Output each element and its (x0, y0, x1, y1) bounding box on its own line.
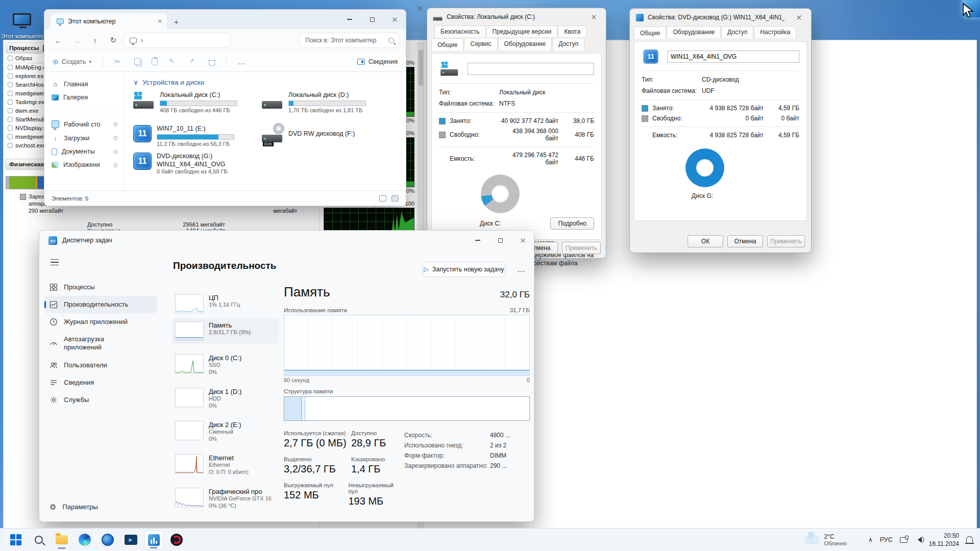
checkbox[interactable] (8, 134, 13, 139)
metric-memory[interactable]: Память2,8/31,7 ГБ (9%) (172, 318, 278, 344)
up-button[interactable]: ↑ (87, 33, 103, 48)
sidebar-item-pictures[interactable]: Изображени (47, 158, 121, 171)
tab-hardware[interactable]: Оборудование (498, 38, 552, 50)
tab-general[interactable]: Общие (634, 27, 666, 39)
close-button[interactable] (789, 9, 809, 26)
nav-app-history[interactable]: Журнал приложений (44, 313, 157, 331)
tab-tools[interactable]: Сервис (464, 38, 497, 50)
close-button[interactable] (583, 8, 604, 26)
run-new-task-button[interactable]: ▷Запустить новую задачу (423, 262, 505, 277)
tab-customize[interactable]: Настройка (754, 26, 796, 38)
more-options-button[interactable]: … (513, 262, 529, 277)
metric-ethernet[interactable]: EthernetEthernetО: 0 П: 0 кбит/с (172, 451, 278, 479)
drive-tile-g[interactable]: 11 DVD-дисковод (G:) WIN11_X64_4IN1_OVG … (133, 153, 257, 174)
rename-icon[interactable]: ✎ (169, 57, 178, 66)
tab-hardware[interactable]: Оборудование (667, 26, 721, 38)
search-input[interactable]: Поиск в: Этот компьютер (300, 33, 400, 48)
nav-processes[interactable]: Процессы (44, 279, 157, 296)
checkbox[interactable] (8, 65, 13, 70)
tab-sharing[interactable]: Доступ (552, 38, 584, 50)
checkbox[interactable] (8, 91, 13, 96)
apply-button[interactable]: Применить (767, 235, 805, 247)
taskbar-explorer-button[interactable] (52, 530, 71, 549)
explorer-tab[interactable]: Этот компьютер (51, 13, 167, 29)
minimize-button[interactable] (467, 231, 489, 250)
delete-icon[interactable] (209, 60, 215, 66)
weather-widget[interactable]: 2°CОблачно (804, 533, 847, 546)
paste-icon[interactable] (152, 58, 158, 65)
nav-startup-apps[interactable]: Автозагрузка приложений (44, 331, 157, 357)
tab-general[interactable]: Общие (431, 38, 463, 51)
forward-button[interactable]: → (69, 33, 84, 48)
nav-performance[interactable]: Производительность (44, 296, 157, 313)
devices-section-header[interactable]: ∨Устройства и диски (133, 78, 403, 86)
ok-button[interactable]: ОК (688, 235, 723, 247)
apply-button[interactable]: Применить (562, 242, 601, 254)
taskbar-media-button[interactable]: ▶ (121, 530, 140, 549)
network-icon[interactable] (900, 537, 908, 543)
notification-bell-icon[interactable] (966, 536, 973, 543)
desktop-icon-this-pc[interactable]: Этот компьютер (1, 13, 45, 40)
address-bar[interactable]: › (124, 33, 230, 48)
drive-tile-c[interactable]: Локальный диск (C:) 408 ГБ свободно из 4… (133, 91, 257, 113)
copy-icon[interactable] (134, 58, 140, 65)
refresh-button[interactable]: ↻ (106, 33, 121, 48)
drive-tile-e[interactable]: 11 WIN7_10_11 (E:) 11,2 ГБ свободно из 5… (133, 125, 257, 147)
details-toggle[interactable]: Сведения (357, 58, 398, 65)
close-button[interactable] (511, 231, 534, 250)
metric-disk2[interactable]: Диск 2 (E:)Сменный0% (172, 418, 278, 446)
list-view-icon[interactable] (379, 195, 386, 202)
sidebar-item-gallery[interactable]: Галерея (47, 91, 121, 104)
checkbox[interactable] (8, 143, 13, 148)
volume-icon[interactable] (915, 537, 922, 543)
sidebar-item-desktop[interactable]: Рабочий сто (47, 117, 121, 131)
back-button[interactable]: ← (51, 33, 66, 48)
start-button[interactable] (6, 530, 26, 549)
nav-settings[interactable]: ⚙Параметры (44, 498, 157, 516)
nav-users[interactable]: Пользователи (44, 357, 157, 374)
large-view-icon[interactable] (391, 195, 399, 202)
metric-cpu[interactable]: ЦП1% 1,16 ГГц (172, 291, 278, 316)
cancel-button[interactable]: Отмена (727, 235, 763, 247)
minimize-button[interactable] (338, 10, 361, 29)
taskbar-opera-button[interactable] (167, 530, 186, 549)
tab-close-icon[interactable] (158, 19, 162, 23)
new-button[interactable]: ⊕Создать▾ (53, 58, 91, 66)
clock[interactable]: 20:50 16.11.2024 (929, 532, 959, 548)
share-icon[interactable]: ↗ (189, 57, 198, 66)
volume-label-field[interactable] (468, 63, 594, 75)
more-options-icon[interactable]: … (238, 57, 246, 66)
sidebar-item-downloads[interactable]: ↓Загрузки (47, 131, 121, 145)
checkbox[interactable] (8, 99, 13, 105)
nav-services[interactable]: Службы (44, 391, 157, 409)
checkbox[interactable] (8, 108, 13, 113)
drive-tile-f[interactable]: DVD DVD RW дисковод (F:) (262, 125, 385, 143)
volume-label-field[interactable] (667, 51, 799, 63)
maximize-button[interactable] (489, 231, 511, 250)
taskbar-edge-button[interactable] (75, 530, 94, 549)
taskbar-browser-button[interactable] (98, 530, 117, 549)
sidebar-item-home[interactable]: ⌂Главная (47, 77, 121, 91)
tray-overflow-button[interactable]: ∧ (868, 536, 873, 543)
menu-icon[interactable] (51, 259, 59, 265)
checkbox[interactable] (8, 73, 13, 79)
nav-details[interactable]: Сведения (44, 374, 157, 391)
metric-disk1[interactable]: Диск 1 (D:)HDD0% (172, 385, 278, 413)
cut-icon[interactable]: ✂ (114, 57, 123, 66)
tab-sharing[interactable]: Доступ (721, 26, 753, 38)
tab-previous-versions[interactable]: Предыдущие версии (486, 26, 558, 37)
taskbar-task-manager-button[interactable] (144, 530, 163, 549)
sidebar-item-documents[interactable]: Документы (47, 145, 121, 158)
checkbox[interactable] (8, 56, 13, 61)
taskbar-search-button[interactable] (29, 530, 48, 549)
metric-gpu[interactable]: Графический проNVIDIA GeForce GTX 160% (… (172, 485, 278, 513)
details-button[interactable]: Подробно (550, 217, 594, 230)
drive-tile-d[interactable]: Локальный диск (D:) 1,70 ТБ свободно из … (262, 91, 385, 113)
checkbox[interactable] (8, 82, 13, 87)
language-indicator[interactable]: РУС (880, 536, 893, 543)
tab-security[interactable]: Безопасность (434, 26, 486, 37)
checkbox[interactable] (8, 117, 13, 122)
new-tab-button[interactable]: + (167, 17, 186, 29)
checkbox[interactable] (8, 126, 13, 131)
metric-disk0[interactable]: Диск 0 (C:)SSD0% (172, 351, 278, 379)
